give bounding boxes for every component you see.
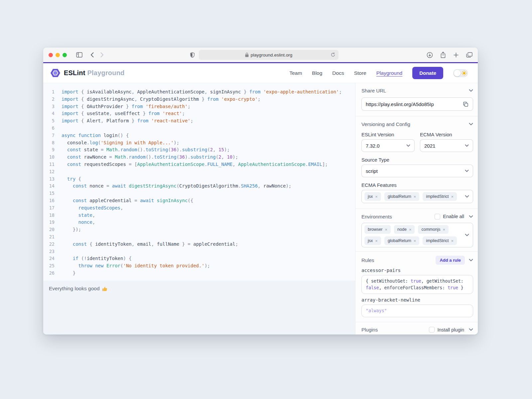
code-line[interactable]: 6 [43, 125, 355, 132]
code-line[interactable]: 5import { Alert, Platform } from 'react-… [43, 117, 355, 125]
code-line[interactable]: 7async function login() { [43, 132, 355, 139]
copy-icon[interactable] [463, 101, 469, 107]
line-number: 16 [43, 197, 55, 204]
code-line[interactable]: 20 }); [43, 226, 355, 233]
chevron-down-icon[interactable] [469, 89, 473, 92]
remove-chip-icon[interactable]: × [414, 238, 416, 243]
line-number: 15 [43, 190, 55, 197]
versioning-title: Versioning and Config [361, 121, 410, 127]
minimize-window-button[interactable] [56, 53, 60, 57]
reload-icon[interactable] [331, 52, 335, 57]
theme-toggle[interactable] [453, 69, 468, 77]
code-line[interactable]: 17 requestedScopes, [43, 204, 355, 212]
remove-chip-icon[interactable]: × [414, 194, 416, 199]
code-line[interactable]: 13 try { [43, 176, 355, 183]
nav-item-team[interactable]: Team [289, 70, 302, 76]
code-line[interactable]: 23 [43, 248, 355, 255]
line-number: 3 [43, 103, 55, 110]
code-line[interactable]: 8 console.log('Signing in with Apple...'… [43, 139, 355, 147]
lint-status-pane: Everything looks good [43, 281, 355, 334]
share-url-input[interactable]: https://play.eslint.org/A5do85Ip [361, 97, 473, 111]
remove-chip-icon[interactable]: × [375, 194, 378, 199]
main-nav: TeamBlogDocsStorePlayground [289, 70, 402, 76]
code-line[interactable]: 4import { useState, useEffect } from 're… [43, 110, 355, 117]
nav-item-playground[interactable]: Playground [376, 70, 402, 76]
code-line[interactable]: 1import { isAvailableAsync, AppleAuthent… [43, 88, 355, 96]
chip-jsx[interactable]: jsx× [364, 192, 381, 201]
nav-item-docs[interactable]: Docs [332, 70, 344, 76]
eslint-version-select[interactable]: 7.32.0 [361, 139, 415, 152]
code-line[interactable]: 9 const state = Math.random().toString(3… [43, 146, 355, 154]
code-line[interactable]: 25 throw new Error('No identity token pr… [43, 262, 355, 270]
nav-item-store[interactable]: Store [354, 70, 366, 76]
chip-impliedstrict[interactable]: impliedStrict× [423, 236, 457, 245]
remove-chip-icon[interactable]: × [409, 227, 412, 232]
chip-browser[interactable]: browser× [364, 225, 391, 234]
zoom-window-button[interactable] [63, 53, 67, 57]
remove-chip-icon[interactable]: × [451, 238, 454, 243]
line-number: 18 [43, 212, 55, 219]
code-line[interactable]: 26 } [43, 270, 355, 277]
rule-config-input[interactable]: "always" [361, 305, 473, 317]
chevron-down-icon[interactable] [465, 195, 469, 198]
sidebar-toggle-icon[interactable] [76, 52, 82, 58]
code-line[interactable]: 24 if (!identityToken) { [43, 255, 355, 262]
forward-button[interactable] [100, 52, 104, 58]
brand[interactable]: ESLintPlayground [51, 68, 125, 77]
chevron-down-icon[interactable] [469, 328, 473, 331]
source-type-select[interactable]: script [361, 165, 473, 177]
code-line[interactable]: 22 const { identityToken, email, fullNam… [43, 241, 355, 248]
lock-icon [245, 53, 249, 57]
downloads-icon[interactable] [427, 52, 433, 58]
close-window-button[interactable] [49, 53, 53, 57]
sun-icon [462, 70, 467, 76]
chip-impliedstrict[interactable]: impliedStrict× [423, 192, 457, 201]
remove-chip-icon[interactable]: × [451, 194, 454, 199]
remove-chip-icon[interactable]: × [385, 227, 387, 232]
code-line[interactable]: 18 state, [43, 212, 355, 219]
ecma-features-multiselect[interactable]: jsx×globalReturn×impliedStrict× [361, 190, 473, 203]
source-type-label: Source Type [361, 157, 473, 163]
new-tab-icon[interactable] [453, 52, 459, 58]
line-number: 26 [43, 270, 55, 277]
share-icon[interactable] [440, 52, 446, 58]
code-line[interactable]: 14 const nonce = await digestStringAsync… [43, 183, 355, 190]
ecma-version-label: ECMA Version [420, 132, 473, 137]
chip-node[interactable]: node× [394, 225, 415, 234]
donate-button[interactable]: Donate [412, 67, 443, 79]
chevron-down-icon[interactable] [465, 234, 469, 237]
line-number: 4 [43, 110, 55, 117]
code-line[interactable]: 21 [43, 233, 355, 241]
remove-chip-icon[interactable]: × [375, 238, 378, 243]
nav-item-blog[interactable]: Blog [312, 70, 322, 76]
share-url-title: Share URL [361, 88, 386, 93]
code-line[interactable]: 3import { OAuthProvider } from 'firebase… [43, 103, 355, 110]
chevron-down-icon[interactable] [469, 123, 473, 126]
tab-overview-icon[interactable] [466, 52, 472, 58]
install-plugin-checkbox[interactable] [429, 327, 435, 332]
back-button[interactable] [90, 52, 94, 58]
address-bar[interactable]: playground.eslint.org [199, 50, 338, 60]
shield-icon[interactable] [190, 52, 195, 58]
code-pane[interactable]: 1import { isAvailableAsync, AppleAuthent… [43, 83, 355, 281]
chip-jsx[interactable]: jsx× [364, 236, 381, 245]
line-number: 7 [43, 132, 55, 139]
chevron-down-icon[interactable] [469, 259, 473, 262]
ecma-version-select[interactable]: 2021 [420, 139, 473, 152]
code-line[interactable]: 19 nonce, [43, 219, 355, 226]
code-line[interactable]: 15 [43, 190, 355, 197]
chip-globalreturn[interactable]: globalReturn× [384, 236, 419, 245]
code-line[interactable]: 12 [43, 168, 355, 176]
code-line[interactable]: 11 const requestedScopes = [AppleAuthent… [43, 161, 355, 168]
enable-all-checkbox[interactable] [435, 214, 440, 219]
chevron-down-icon[interactable] [469, 215, 473, 218]
code-line[interactable]: 10 const rawNonce = Math.random().toStri… [43, 154, 355, 161]
code-line[interactable]: 2import { digestStringAsync, CryptoDiges… [43, 96, 355, 103]
environments-multiselect[interactable]: browser×node×commonjs×jsx×globalReturn×i… [361, 223, 473, 247]
chip-globalreturn[interactable]: globalReturn× [384, 192, 419, 201]
code-line[interactable]: 16 const appleCredential = await signInA… [43, 197, 355, 204]
remove-chip-icon[interactable]: × [443, 227, 445, 232]
rule-config-input[interactable]: { setWithoutGet: true, getWithoutSet: fa… [361, 275, 473, 294]
add-rule-button[interactable]: Add a rule [436, 256, 465, 265]
chip-commonjs[interactable]: commonjs× [418, 225, 449, 234]
